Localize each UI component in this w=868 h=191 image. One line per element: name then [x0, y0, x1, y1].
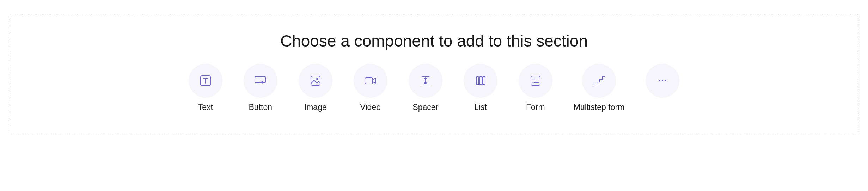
tile-label: Spacer: [412, 103, 438, 112]
svg-rect-11: [531, 76, 540, 85]
form-fields-icon: [529, 74, 542, 87]
tile-label: Image: [304, 103, 327, 112]
tile-circle: [409, 64, 442, 98]
svg-rect-9: [479, 77, 482, 85]
component-tile-text[interactable]: Text: [189, 64, 222, 112]
button-cursor-icon: [253, 74, 268, 87]
component-tile-video[interactable]: Video: [354, 64, 387, 112]
svg-point-18: [665, 80, 666, 81]
svg-point-12: [532, 78, 533, 79]
component-tile-more[interactable]: [646, 64, 679, 103]
component-tile-spacer[interactable]: Spacer: [409, 64, 442, 112]
tile-label: Form: [526, 103, 545, 112]
tile-circle: [354, 64, 387, 98]
image-icon: [309, 74, 322, 87]
tile-circle: [464, 64, 497, 98]
section-heading: Choose a component to add to this sectio…: [280, 31, 588, 50]
svg-rect-2: [311, 76, 320, 85]
tile-circle: [189, 64, 222, 98]
spacer-vertical-icon: [419, 74, 432, 87]
svg-point-17: [662, 80, 663, 81]
component-tile-image[interactable]: Image: [299, 64, 332, 112]
svg-point-16: [659, 80, 660, 81]
component-tile-form[interactable]: Form: [519, 64, 552, 112]
empty-section-dropzone: Choose a component to add to this sectio…: [10, 14, 858, 133]
tile-circle: [646, 64, 679, 98]
tile-circle: [244, 64, 277, 98]
steps-icon: [592, 74, 606, 87]
component-tile-multistep-form[interactable]: Multistep form: [574, 64, 624, 112]
tile-circle: [582, 64, 616, 98]
svg-point-14: [532, 82, 533, 83]
svg-rect-1: [255, 76, 265, 83]
tile-label: Text: [198, 103, 213, 112]
tile-circle: [519, 64, 552, 98]
more-ellipsis-icon: [656, 74, 669, 87]
text-icon: [199, 74, 212, 87]
svg-point-3: [317, 78, 318, 80]
svg-rect-10: [483, 77, 485, 85]
component-tile-list[interactable]: List: [464, 64, 497, 112]
tile-label: Multistep form: [574, 103, 624, 112]
tile-label: Video: [360, 103, 381, 112]
svg-rect-4: [365, 78, 373, 84]
columns-icon: [474, 74, 487, 87]
component-picker-row: Text Button Image: [189, 64, 679, 112]
video-camera-icon: [363, 74, 378, 87]
svg-rect-8: [476, 77, 479, 85]
component-tile-button[interactable]: Button: [244, 64, 277, 112]
tile-label: List: [474, 103, 487, 112]
tile-label: Button: [249, 103, 273, 112]
tile-circle: [299, 64, 332, 98]
